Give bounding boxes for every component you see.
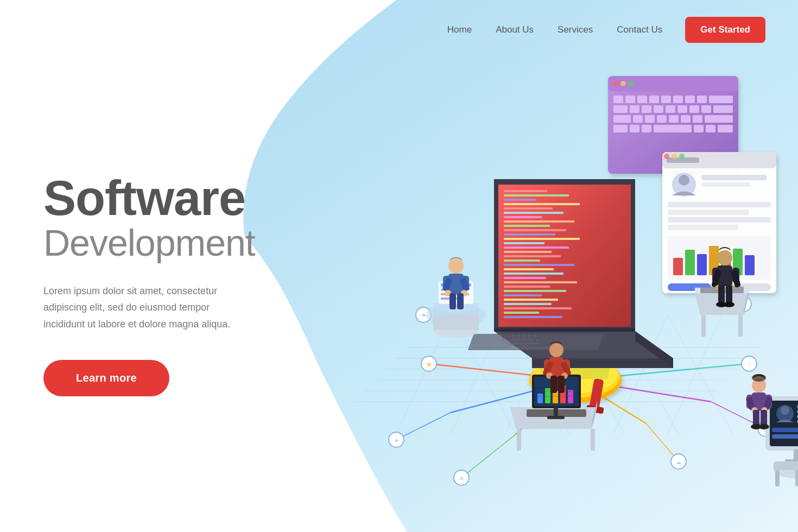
svg-rect-110	[625, 96, 635, 103]
svg-rect-109	[613, 96, 623, 103]
svg-rect-136	[630, 125, 639, 132]
svg-line-16	[668, 315, 733, 434]
svg-rect-90	[504, 264, 574, 266]
svg-rect-246	[775, 470, 780, 486]
svg-rect-245	[774, 461, 798, 470]
svg-point-203	[724, 302, 734, 307]
svg-rect-111	[637, 96, 647, 103]
svg-text:★: ★	[394, 438, 399, 444]
svg-rect-153	[668, 210, 749, 215]
svg-point-145	[664, 154, 669, 159]
svg-rect-76	[504, 203, 580, 205]
svg-rect-105	[608, 76, 738, 91]
svg-rect-73	[504, 190, 547, 192]
svg-point-149	[679, 175, 689, 186]
svg-rect-68	[535, 339, 539, 341]
svg-rect-130	[657, 115, 667, 123]
svg-rect-125	[701, 105, 711, 113]
svg-rect-64	[522, 335, 525, 337]
svg-rect-191	[738, 315, 743, 337]
svg-rect-184	[449, 293, 456, 309]
svg-text:⚑: ⚑	[421, 313, 426, 319]
svg-rect-141	[718, 125, 733, 132]
hero-content: Software Development Lorem ipsum dolor s…	[43, 174, 255, 396]
svg-rect-112	[649, 96, 659, 103]
svg-rect-88	[504, 255, 561, 257]
svg-rect-87	[504, 251, 552, 253]
svg-rect-99	[504, 303, 552, 305]
svg-rect-69	[511, 343, 539, 345]
svg-point-108	[628, 81, 634, 86]
svg-rect-118	[613, 105, 628, 113]
svg-rect-151	[701, 182, 750, 187]
svg-text:☁: ☁	[676, 459, 681, 465]
svg-rect-97	[504, 294, 542, 296]
svg-rect-158	[685, 250, 695, 275]
svg-rect-79	[504, 216, 542, 218]
svg-rect-83	[504, 233, 555, 236]
svg-rect-239	[772, 428, 798, 432]
svg-rect-152	[668, 202, 771, 207]
nav-contact[interactable]: Contact Us	[607, 19, 672, 41]
svg-rect-131	[669, 115, 679, 123]
svg-rect-185	[457, 293, 464, 309]
svg-rect-123	[677, 105, 687, 113]
get-started-button[interactable]: Get Started	[685, 17, 765, 43]
svg-line-11	[668, 315, 722, 434]
hero-title-software: Software	[43, 174, 255, 223]
svg-rect-129	[645, 115, 655, 123]
svg-point-192	[717, 250, 732, 265]
svg-rect-128	[633, 115, 643, 123]
svg-point-147	[679, 154, 685, 159]
svg-rect-150	[701, 175, 767, 180]
svg-point-261	[752, 374, 766, 382]
svg-rect-116	[697, 96, 707, 103]
svg-rect-159	[697, 254, 707, 275]
svg-rect-219	[517, 429, 521, 451]
svg-rect-81	[504, 225, 550, 227]
nav-about[interactable]: About Us	[486, 19, 543, 41]
svg-rect-95	[504, 286, 550, 288]
svg-rect-94	[504, 281, 577, 283]
svg-rect-154	[668, 217, 771, 223]
svg-rect-127	[613, 115, 631, 123]
svg-line-24	[461, 434, 516, 478]
svg-rect-101	[504, 312, 539, 314]
nav-home[interactable]: Home	[438, 19, 482, 41]
nav-services[interactable]: Services	[548, 19, 603, 41]
svg-rect-190	[701, 315, 706, 337]
nav: Home About Us Services Contact Us Get St…	[438, 17, 765, 43]
svg-rect-229	[550, 376, 557, 393]
svg-rect-115	[685, 96, 695, 103]
svg-point-176	[448, 258, 464, 274]
svg-point-260	[758, 424, 769, 429]
svg-rect-133	[693, 115, 702, 123]
svg-rect-122	[666, 105, 675, 113]
svg-rect-82	[504, 229, 566, 231]
svg-rect-119	[630, 105, 639, 113]
svg-rect-67	[511, 339, 533, 341]
svg-text:☆: ☆	[747, 362, 752, 368]
svg-rect-126	[713, 105, 733, 113]
svg-rect-89	[504, 259, 540, 262]
svg-rect-220	[591, 429, 595, 451]
svg-rect-113	[661, 96, 671, 103]
svg-rect-93	[504, 277, 546, 279]
svg-rect-132	[681, 115, 691, 123]
learn-more-button[interactable]: Learn more	[43, 360, 169, 396]
svg-rect-124	[689, 105, 699, 113]
svg-rect-230	[558, 376, 565, 393]
svg-rect-257	[753, 410, 759, 426]
svg-rect-102	[504, 316, 562, 318]
svg-rect-134	[705, 115, 733, 123]
svg-rect-80	[504, 220, 574, 223]
svg-rect-85	[504, 242, 544, 244]
svg-rect-137	[642, 125, 651, 132]
svg-point-106	[613, 81, 618, 86]
svg-rect-65	[528, 335, 531, 337]
svg-point-146	[672, 154, 677, 159]
svg-rect-114	[673, 96, 683, 103]
svg-rect-63	[517, 335, 520, 337]
svg-rect-86	[504, 246, 569, 249]
svg-point-234	[781, 406, 789, 415]
